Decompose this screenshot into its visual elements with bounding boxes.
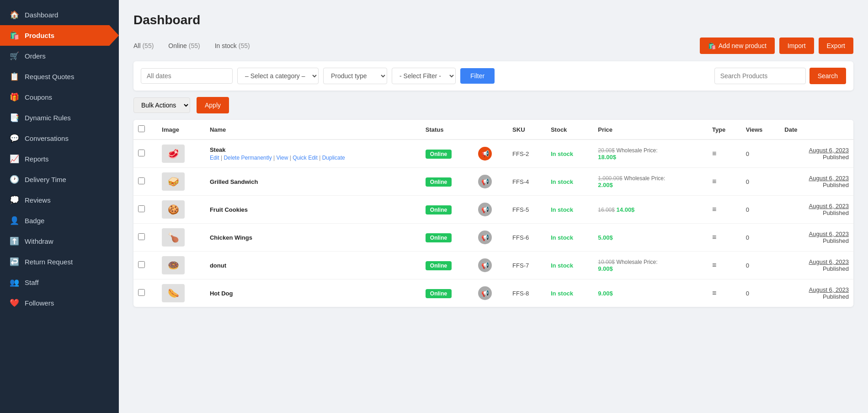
action-quick-edit[interactable]: Quick Edit: [293, 155, 318, 161]
followers-icon: ❤️: [9, 298, 19, 308]
table-row: 🍪Fruit CookiesOnline📢FFS-5In stock16.00$…: [133, 196, 853, 224]
sidebar-item-dynamic-rules[interactable]: 📑 Dynamic Rules: [0, 107, 119, 128]
tab-all[interactable]: All (55): [133, 42, 154, 49]
action-delete-permanently[interactable]: Delete Permanently: [224, 155, 272, 161]
category-select[interactable]: – Select a category –: [237, 68, 319, 84]
tab-online[interactable]: Online (55): [168, 42, 200, 49]
sidebar-item-withdraw[interactable]: ⬆️ Withdraw: [0, 231, 119, 252]
sidebar-label-followers: Followers: [25, 299, 54, 307]
product-name-2[interactable]: Fruit Cookies: [210, 206, 248, 213]
action-duplicate[interactable]: Duplicate: [322, 155, 345, 161]
product-name-4[interactable]: donut: [210, 262, 226, 269]
sidebar-item-reviews[interactable]: 💭 Reviews: [0, 190, 119, 210]
type-menu-2[interactable]: ≡: [712, 205, 716, 213]
bulk-actions-row: Bulk Actions Apply: [133, 97, 853, 113]
sidebar-label-withdraw: Withdraw: [25, 237, 53, 245]
type-menu-5[interactable]: ≡: [712, 289, 716, 297]
sidebar-item-staff[interactable]: 👥 Staff: [0, 272, 119, 293]
add-new-product-button[interactable]: 🛍️ Add new product: [700, 38, 775, 54]
tab-in-stock[interactable]: In stock (55): [215, 42, 250, 49]
import-label: Import: [788, 42, 806, 49]
broadcast-icon-5[interactable]: 📢: [478, 286, 492, 300]
broadcast-icon-1[interactable]: 📢: [478, 175, 492, 188]
price-current-4: 9.00$: [598, 265, 613, 272]
row-checkbox-4[interactable]: [138, 261, 145, 268]
broadcast-icon-0[interactable]: 📢: [478, 147, 492, 161]
type-menu-4[interactable]: ≡: [712, 261, 716, 269]
sidebar-item-orders[interactable]: 🛒 Orders: [0, 46, 119, 66]
product-image-2: 🍪: [162, 200, 185, 219]
select-all-checkbox[interactable]: [138, 125, 145, 132]
sidebar-item-reports[interactable]: 📈 Reports: [0, 149, 119, 169]
date-3: August 6, 2023Published: [780, 224, 853, 252]
row-checkbox-1[interactable]: [138, 177, 145, 184]
search-button[interactable]: Search: [809, 68, 846, 84]
sku-4: FFS-7: [508, 252, 546, 279]
sidebar-item-return-request[interactable]: ↩️ Return Request: [0, 252, 119, 272]
badge-icon: 👤: [9, 216, 19, 225]
bulk-actions-select[interactable]: Bulk Actions: [133, 97, 190, 113]
sidebar-label-products: Products: [25, 32, 54, 39]
sidebar-label-return-request: Return Request: [25, 258, 73, 266]
product-type-select[interactable]: Product type: [323, 68, 387, 84]
broadcast-icon-4[interactable]: 📢: [478, 258, 492, 272]
date-2: August 6, 2023Published: [780, 196, 853, 224]
import-button[interactable]: Import: [779, 38, 814, 54]
product-name-3[interactable]: Chicken Wings: [210, 234, 252, 241]
type-menu-1[interactable]: ≡: [712, 177, 716, 185]
action-edit[interactable]: Edit: [210, 155, 219, 161]
conversations-icon: 💬: [9, 134, 19, 143]
status-badge-1: Online: [426, 177, 452, 187]
price-current-5: 9.00$: [598, 290, 613, 297]
export-button[interactable]: Export: [819, 38, 853, 54]
apply-button[interactable]: Apply: [197, 97, 229, 113]
product-name-1[interactable]: Grilled Sandwich: [210, 178, 258, 185]
row-checkbox-3[interactable]: [138, 233, 145, 240]
action-view[interactable]: View: [277, 155, 288, 161]
date-filter[interactable]: [141, 68, 233, 84]
type-menu-0[interactable]: ≡: [712, 150, 716, 157]
sidebar-item-conversations[interactable]: 💬 Conversations: [0, 128, 119, 149]
product-name-5[interactable]: Hot Dog: [210, 290, 233, 297]
price-original-4: 10.00$: [598, 259, 615, 265]
filter-button[interactable]: Filter: [460, 68, 495, 84]
sidebar-item-delivery-time[interactable]: 🕐 Delivery Time: [0, 169, 119, 190]
type-menu-3[interactable]: ≡: [712, 233, 716, 241]
page-title: Dashboard: [133, 13, 853, 27]
stock-1: In stock: [551, 178, 573, 185]
dynamic-rules-icon: 📑: [9, 113, 19, 123]
broadcast-icon-2[interactable]: 📢: [478, 203, 492, 216]
table-row: 🍗Chicken WingsOnline📢FFS-6In stock5.00$≡…: [133, 224, 853, 252]
sidebar-item-request-quotes[interactable]: 📋 Request Quotes: [0, 66, 119, 87]
sidebar-item-dashboard[interactable]: 🏠 Dashboard: [0, 5, 119, 25]
add-new-label: Add new product: [719, 42, 767, 49]
filter-select[interactable]: - Select Filter -: [392, 68, 456, 84]
search-input[interactable]: [714, 68, 806, 84]
sidebar-item-badge[interactable]: 👤 Badge: [0, 210, 119, 231]
date-4: August 6, 2023Published: [780, 252, 853, 279]
row-checkbox-2[interactable]: [138, 205, 145, 212]
col-header-0: [133, 120, 157, 139]
row-checkbox-0[interactable]: [138, 150, 145, 156]
sidebar-item-followers[interactable]: ❤️ Followers: [0, 293, 119, 313]
status-badge-4: Online: [426, 261, 452, 270]
col-header-8: Type: [708, 120, 741, 139]
product-image-3: 🍗: [162, 228, 185, 247]
sidebar-label-coupons: Coupons: [25, 93, 52, 101]
sku-1: FFS-4: [508, 168, 546, 196]
product-name-0[interactable]: Steak: [210, 146, 226, 153]
product-image-4: 🍩: [162, 256, 185, 274]
stock-2: In stock: [551, 206, 573, 213]
product-image-1: 🥪: [162, 172, 185, 191]
staff-icon: 👥: [9, 278, 19, 287]
sku-5: FFS-8: [508, 279, 546, 307]
sidebar-item-products[interactable]: 🛍️ Products: [0, 25, 119, 46]
products-icon: 🛍️: [9, 31, 19, 40]
row-checkbox-5[interactable]: [138, 289, 145, 296]
sku-3: FFS-6: [508, 224, 546, 252]
sidebar-item-coupons[interactable]: 🎁 Coupons: [0, 87, 119, 107]
price-label-0: Wholesale Price:: [617, 147, 658, 154]
date-5: August 6, 2023Published: [780, 279, 853, 307]
broadcast-icon-3[interactable]: 📢: [478, 231, 492, 244]
dashboard-icon: 🏠: [9, 10, 19, 20]
